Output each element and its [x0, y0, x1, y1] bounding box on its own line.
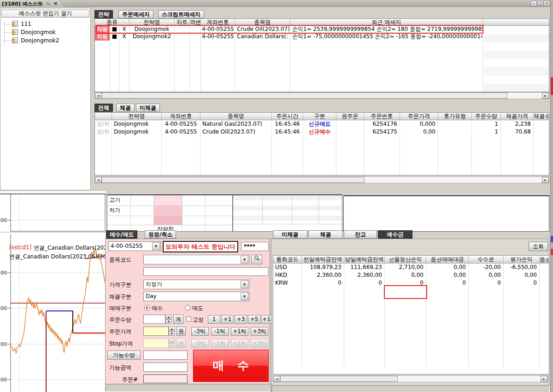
close-button[interactable]: × [544, 1, 550, 6]
col-account[interactable]: 계좌번호 [162, 113, 200, 120]
tab-filled[interactable]: 체결 [308, 230, 343, 239]
sell-radio[interactable] [185, 305, 190, 310]
col-currency[interactable]: 통화코드 [273, 256, 302, 263]
col-orig-order[interactable]: 원주문 [336, 113, 364, 120]
deposit-row[interactable]: HKD 2,360,00 2,360,00 0,00 0,00 0,00 0,0… [273, 271, 549, 279]
sum-button[interactable]: 계 [173, 315, 183, 324]
account-hscrollbar[interactable]: ◄ ► [273, 375, 548, 382]
scroll-thumb[interactable] [280, 376, 398, 382]
qty-plus1-button[interactable]: +1 [221, 315, 234, 324]
scroll-right-icon[interactable]: ► [542, 177, 549, 183]
qty-plus3-button[interactable]: +3 [235, 315, 247, 324]
tab-close-icon[interactable]: × [53, 0, 58, 6]
col-quote-type[interactable]: 호가유형 [438, 113, 472, 120]
col-fill-qty[interactable]: 체결수량 [534, 113, 549, 120]
deposit-row[interactable]: USD 108,979,23 111,669,23 2,710,00 0,00 … [273, 263, 549, 271]
chevron-down-icon[interactable]: ▼ [241, 256, 248, 263]
password-field[interactable]: **** [241, 242, 269, 251]
tab-script-message[interactable]: 스크립트메세지 [158, 10, 204, 18]
tab-unfilled[interactable]: 미체결 [136, 104, 160, 112]
qty-plus5-button[interactable]: +5 [248, 315, 260, 324]
col-symbol[interactable]: 종목명 [235, 19, 290, 25]
auto-badge[interactable]: 자동 [95, 26, 110, 33]
col-strategy-name[interactable]: 전략명 [129, 19, 175, 25]
available-qty-button[interactable]: 가능수량 [107, 351, 141, 360]
won-button[interactable]: 원 [176, 327, 186, 336]
tab-buy-sell[interactable]: 매수/매도 [106, 230, 137, 239]
scroll-left-icon[interactable]: ◄ [95, 177, 102, 183]
order-row[interactable]: 정/취 Doojongmok 4-00-05255 Natural Gas(20… [95, 120, 549, 128]
scroll-thumb[interactable] [102, 177, 365, 183]
stop-icon[interactable]: ■ [110, 33, 119, 41]
col-today-deposit[interactable]: 당일예탁금잔액 [344, 256, 385, 263]
symbol-select[interactable]: ▼ [143, 255, 249, 264]
order-row[interactable]: 정/취 Doojongmok 4-00-05255 Crude Oil(2023… [95, 128, 549, 136]
scroll-thumb[interactable] [102, 93, 507, 99]
scroll-right-icon[interactable]: ► [542, 93, 549, 99]
strategy-row[interactable]: 자동 ■ X Doojongmok 4-00-05255 Crude Oil(2… [95, 26, 549, 33]
col-strategy-name[interactable]: 전략명 [112, 113, 162, 120]
minus1tick-button[interactable]: -1틱 [211, 327, 229, 336]
query-button[interactable]: 조회 [529, 242, 548, 251]
open-editor-button[interactable]: 예스스팟 편집기 열기 [1, 10, 89, 18]
col-order-time[interactable]: 주문시간 [272, 113, 303, 120]
tab-strategy[interactable]: 전략 [94, 10, 113, 18]
chevron-down-icon[interactable]: ▼ [241, 281, 248, 288]
col-option-market[interactable]: 옵션시장 [540, 256, 549, 263]
account-select[interactable]: 4-00-05255 ▼ [108, 241, 161, 251]
col-order-no[interactable]: 주문번호 [364, 113, 400, 120]
orders-hscrollbar[interactable]: ◄ ► [94, 176, 549, 183]
plus3tick-button[interactable]: +3틱 [251, 327, 268, 336]
modify-cancel-link[interactable]: 정/취 [95, 128, 112, 136]
col-fill-price[interactable]: 체결가격 [501, 113, 534, 120]
col-type[interactable]: 종류 [95, 19, 129, 25]
chevron-down-icon[interactable]: ▼ [152, 242, 160, 250]
symbol-search-button[interactable] [251, 255, 262, 264]
tab-filled[interactable]: 체결 [116, 104, 135, 112]
qty-stepper[interactable]: ▲▼ [165, 315, 171, 324]
scroll-left-icon[interactable]: ◄ [273, 376, 280, 382]
tab-order-message[interactable]: 주문메세지 [118, 10, 153, 18]
close-strategy-icon[interactable]: X [119, 33, 129, 41]
fixed-checkbox-label[interactable]: 고정 [193, 316, 204, 324]
modify-cancel-link[interactable]: 정/취 [95, 120, 112, 128]
buy-radio[interactable] [144, 305, 150, 310]
col-side[interactable]: 구분 [303, 113, 336, 120]
col-futures-pl[interactable]: 선물청산손익 [385, 256, 426, 263]
col-symbol[interactable]: 종목명 [200, 113, 272, 120]
tab-balance[interactable]: 잔고 [344, 230, 377, 239]
price-type-select[interactable]: 지정가 ▼ [143, 280, 249, 289]
fill-type-select[interactable]: Day ▼ [143, 292, 249, 301]
minimize-button[interactable]: ─ [531, 1, 537, 6]
buy-radio-label[interactable]: 매수 [152, 304, 163, 312]
col-last-message[interactable]: 최근 메세지 [290, 19, 483, 25]
minus3tick-button[interactable]: -3틱 [191, 327, 209, 336]
close-strategy-icon[interactable]: X [119, 26, 129, 33]
col-prev-deposit[interactable]: 전일예탁금잔액 [302, 256, 344, 263]
strategy-hscrollbar[interactable]: ◄ ► [94, 92, 549, 99]
tab-deposit[interactable]: 예수금 [378, 230, 412, 239]
buy-submit-button[interactable]: 매 수 [193, 350, 269, 382]
deposit-row[interactable]: KRW 0 0 0 0 0 0 [273, 279, 549, 287]
qty-input[interactable] [143, 315, 165, 324]
stop-icon[interactable]: ■ [110, 26, 119, 33]
fixed-checkbox[interactable] [186, 316, 191, 322]
scroll-right-icon[interactable]: ► [541, 376, 547, 382]
strategy-row[interactable]: 자동 ■ X Doojongmok2 4-00-05255 Canadian D… [95, 33, 549, 41]
col-eval-pl[interactable]: 평가손익 [504, 256, 540, 263]
maximize-button[interactable]: □ [537, 1, 543, 6]
auto-badge[interactable]: 자동 [95, 33, 110, 41]
scroll-left-icon[interactable]: ◄ [95, 93, 102, 99]
col-account[interactable]: 계좌번호 [201, 19, 235, 25]
price-stepper[interactable]: ▲▼ [169, 327, 175, 336]
col-option-amount[interactable]: 옵션매매대금 [426, 256, 469, 263]
tab-all[interactable]: 전체 [94, 104, 113, 112]
col-chart[interactable]: 차트 [175, 19, 190, 25]
col-order-qty[interactable]: 주문수량 [472, 113, 501, 120]
qty-1-button[interactable]: 1 [208, 315, 220, 324]
order-price-input[interactable] [143, 327, 169, 336]
plus1tick-button[interactable]: +1틱 [231, 327, 248, 336]
sell-radio-label[interactable]: 매도 [192, 304, 203, 312]
chevron-down-icon[interactable]: ▼ [241, 293, 248, 300]
col-fee[interactable]: 수수료 [469, 256, 504, 263]
